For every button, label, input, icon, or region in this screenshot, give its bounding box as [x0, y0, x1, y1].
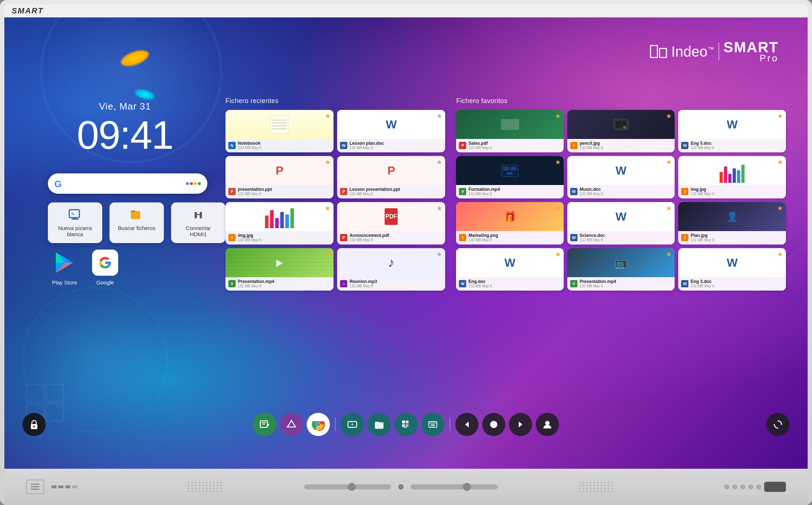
star-marketing: ★: [555, 204, 561, 212]
file-text-img1: img.jpg 132 MB May 8: [238, 233, 331, 242]
power-button[interactable]: [764, 482, 786, 492]
connectar-hdmi-btn[interactable]: Connectar HDMI1: [171, 202, 225, 243]
type-icon-science: W: [570, 234, 577, 241]
status-led-4: [748, 484, 753, 489]
taskbar-edit-btn[interactable]: [253, 413, 276, 436]
file-card-pencil[interactable]: ★ I pencil.jpg 132 MB May 8: [567, 110, 675, 152]
file-thumb-img1: ★: [225, 202, 334, 231]
file-text-plan: Plan.jpg 132 MB May 8: [691, 233, 783, 242]
word-icon-eng5: W: [727, 118, 738, 131]
svg-rect-38: [406, 424, 409, 427]
file-card-pres-tv[interactable]: ★ 📺 V Presentation.mp4 132 MB May 8: [567, 248, 675, 291]
svg-rect-4: [131, 211, 140, 219]
file-info-eng3: W Eng 3.doc 132 MB May 8: [678, 277, 786, 291]
tv-icon: 📺: [615, 257, 627, 269]
bezel-menu-btn[interactable]: [26, 480, 44, 494]
taskbar-folder-btn[interactable]: [368, 413, 391, 436]
taskbar-user-btn[interactable]: [536, 413, 559, 436]
buscar-ficheros-btn[interactable]: Buscar ficheros: [109, 202, 164, 243]
file-card-mp4-1[interactable]: ★ ▶ V Presentation.mp4 132 MB May 8: [225, 248, 334, 291]
connectar-hdmi-label: Connectar HDMI1: [179, 225, 218, 237]
file-card-notebook[interactable]: ★ N Noteboook 132 MB May 8: [225, 110, 334, 152]
file-info-pres-tv: V Presentation.mp4 132 MB May 8: [567, 277, 675, 291]
file-text-science: Science.doc 132 MB May 8: [580, 233, 672, 242]
taskbar-forward-btn[interactable]: [509, 413, 532, 436]
file-card-sales[interactable]: ★ P Sales.pdf 132 MB May 8: [456, 110, 564, 152]
taskbar-chrome-btn[interactable]: [307, 413, 330, 436]
clock-area: Vie, Mar 31 09:41: [77, 101, 173, 155]
chart-bar-2: [270, 210, 274, 228]
favorite-files-grid: ★ P Sales.pdf 132 MB May 8: [456, 110, 786, 291]
type-icon-img1: I: [228, 234, 236, 241]
nueva-pizarra-btn[interactable]: ✎ Nueva pizarra blanca: [48, 202, 102, 243]
search-input[interactable]: [70, 173, 181, 194]
google-label: Google: [96, 279, 114, 286]
bezel-right-controls: [724, 482, 786, 492]
taskbar-shape-btn[interactable]: [280, 413, 303, 436]
taskbar-apps-btn[interactable]: [394, 413, 418, 436]
file-meta-science: 132 MB May 8: [580, 238, 672, 242]
app-icons-row: Play Store Google: [51, 250, 118, 286]
bezel-center: [304, 484, 498, 489]
indeo-divider: [718, 42, 719, 61]
file-meta-ppt2: 132 MB May 8: [349, 192, 442, 196]
file-info-formation: V Formation.mp4 132 MB May 8: [456, 185, 564, 198]
type-icon-ppt2: P: [340, 188, 347, 195]
file-info-notebook: N Noteboook 132 MB May 8: [225, 139, 334, 152]
file-name-formation: Formation.mp4: [468, 187, 561, 192]
chart-bar-d: [733, 168, 736, 183]
type-icon-lesson: W: [340, 142, 347, 149]
lock-btn[interactable]: [22, 413, 46, 436]
file-card-announcement[interactable]: ★ PDF P Announcement.pdf 132 MB May 8: [337, 202, 445, 245]
chart-bar-5: [285, 214, 289, 228]
port-4: [72, 485, 77, 488]
taskbar-back-btn[interactable]: [455, 413, 478, 436]
refresh-btn[interactable]: [766, 413, 790, 436]
file-info-music-doc: W Music.doc 132 MB May 8: [567, 185, 675, 198]
smart-pro-text: SMART Pro: [724, 39, 779, 64]
taskbar-tools-btn[interactable]: [421, 413, 444, 436]
file-card-eng[interactable]: ★ W W Eng.doc 132 MB May 8: [456, 248, 564, 291]
search-bar[interactable]: G: [48, 173, 207, 194]
star-science: ★: [666, 204, 672, 212]
chart-bar-e: [737, 170, 740, 183]
volume-knob[interactable]: [348, 483, 356, 491]
file-card-eng3[interactable]: ★ W W Eng 3.doc 132 MB May 8: [678, 248, 786, 291]
svg-rect-21: [510, 167, 516, 171]
file-card-img-chart[interactable]: ★ I img.jpg 132 MB May: [678, 156, 786, 198]
star-grey-announcement: ★: [436, 204, 442, 212]
ppt-icon-2: P: [388, 164, 395, 177]
bottom-bezel: [4, 469, 808, 505]
taskbar-input-btn[interactable]: [341, 413, 364, 436]
file-card-plan[interactable]: ★ 👤 I Plan.jpg 132 MB May 8: [678, 202, 786, 245]
file-card-eng5[interactable]: ★ W W Eng 5.doc 132 MB May 8: [678, 110, 786, 152]
file-info-ppt1: P presentation.ppt 132 MB May 8: [225, 185, 334, 198]
file-card-science[interactable]: ★ W W Science.doc 132 MB May 8: [567, 202, 675, 245]
file-card-reunion[interactable]: ★ ♪ ♫ Reunion.mp3 132 MB May 8: [337, 248, 445, 291]
taskbar-home-btn[interactable]: [482, 413, 505, 436]
port-3: [65, 485, 70, 488]
taskbar-divider-1: [335, 417, 336, 432]
brightness-slider[interactable]: [411, 484, 498, 489]
svg-rect-34: [375, 422, 379, 423]
type-icon-reunion: ♫: [340, 280, 347, 287]
center-dot: [398, 484, 403, 489]
file-card-music-doc[interactable]: ★ W W Music.doc 132 MB May 8: [567, 156, 675, 198]
file-card-lesson-plan[interactable]: ★ W W Lesson plan.doc 132 MB May 8: [337, 110, 445, 152]
word-icon-music-doc: W: [616, 164, 626, 177]
file-card-ppt2[interactable]: ★ P P Lesson presentation.ppt 132 MB May…: [337, 156, 445, 198]
star-grey-ppt2: ★: [436, 158, 442, 166]
volume-slider[interactable]: [304, 484, 391, 489]
deco-box-4: [46, 403, 64, 422]
file-card-marketing[interactable]: ★ 🎁 I Marketing.png 132 MB May 8: [456, 202, 564, 245]
file-card-ppt1[interactable]: ★ P P presentation.ppt 132 MB May 8: [225, 156, 334, 198]
google-item[interactable]: Google: [92, 250, 118, 286]
file-card-formation[interactable]: ★ V Formation.mp4 132 MB May 8: [456, 156, 564, 198]
brightness-knob[interactable]: [463, 483, 471, 491]
file-thumb-mp4-1: ★ ▶: [225, 248, 334, 277]
nueva-pizarra-icon: ✎: [69, 208, 82, 221]
file-meta-ppt1: 132 MB May 8: [238, 192, 331, 196]
file-name-eng3: Eng 3.doc: [691, 279, 783, 284]
play-store-item[interactable]: Play Store: [51, 250, 78, 286]
file-card-img1[interactable]: ★ I img.jpg 132 MB May: [225, 202, 334, 245]
